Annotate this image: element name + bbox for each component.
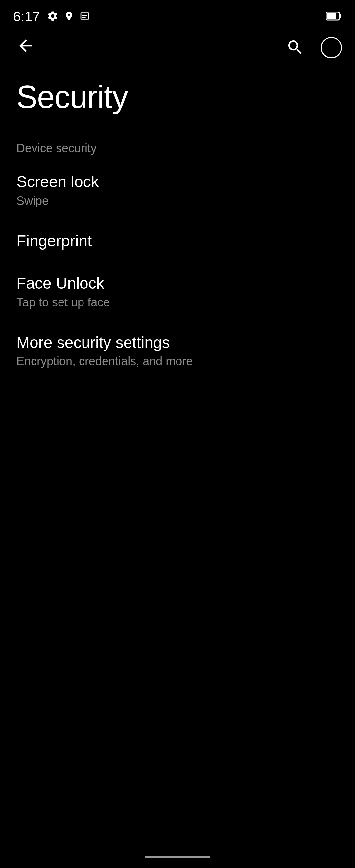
status-bar-right [326,10,342,23]
search-button[interactable] [283,35,308,61]
nav-left [13,33,38,62]
face-unlock-subtitle: Tap to set up face [17,296,338,309]
status-bar-left: 6:17 [13,9,90,25]
more-security-subtitle: Encryption, credentials, and more [17,354,338,368]
nav-right: ? [283,35,342,61]
screen-lock-item[interactable]: Screen lock Swipe [0,160,355,220]
face-unlock-title: Face Unlock [17,274,338,293]
help-button[interactable]: ? [321,37,342,58]
more-security-title: More security settings [17,333,338,352]
top-nav: ? [0,30,355,66]
screen-lock-title: Screen lock [17,172,338,191]
fingerprint-item[interactable]: Fingerprint [0,220,355,262]
svg-rect-1 [340,14,341,18]
screen-lock-subtitle: Swipe [17,194,338,208]
status-icons [47,10,90,23]
face-unlock-item[interactable]: Face Unlock Tap to set up face [0,262,355,321]
home-indicator [144,856,211,858]
fingerprint-title: Fingerprint [17,231,338,251]
gear-icon [47,10,59,23]
section-label-device-security: Device security [0,131,355,160]
location-icon [64,11,74,23]
more-security-item[interactable]: More security settings Encryption, crede… [0,321,355,380]
sim-icon [79,11,90,23]
status-bar: 6:17 [0,0,355,30]
page-title: Security [17,79,338,115]
content: Device security Screen lock Swipe Finger… [0,122,355,390]
status-time: 6:17 [13,9,40,25]
svg-rect-2 [327,13,336,19]
page-title-container: Security [0,66,355,122]
help-icon: ? [328,40,335,55]
back-button[interactable] [13,33,38,62]
battery-icon [326,10,342,23]
